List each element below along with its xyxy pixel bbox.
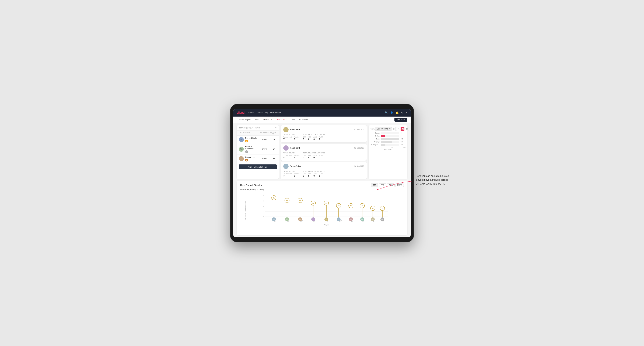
player-avatar-1: RB <box>239 137 244 142</box>
nav-home[interactable]: Home <box>248 112 254 114</box>
chart-row-dbogeys: D. Bogeys + 131 <box>370 144 406 146</box>
svg-text:MM: MM <box>361 219 363 220</box>
chart-bar-wrap-bogeys <box>380 141 399 143</box>
svg-text:8: 8 <box>264 195 264 197</box>
list-icon[interactable]: ≡ <box>396 127 400 131</box>
chart-row-birdies: Birdies 96 <box>370 135 406 137</box>
player-info-1: Richard Butler 1 <box>245 137 259 143</box>
filter-ott[interactable]: OTT <box>371 183 378 187</box>
bar-chart: Eagles 3 Birdies <box>370 132 406 151</box>
chart-bar-wrap-eagles <box>380 132 399 134</box>
arrow-icon: ← <box>264 183 266 187</box>
chart-icon[interactable]: 📊 <box>400 127 404 131</box>
nav-teams[interactable]: Teams <box>256 112 262 114</box>
player-score-3: 17/20 <box>259 158 270 160</box>
stat-sub-activities-3: OTT 0 APP 0 ARG <box>303 173 325 177</box>
view-leaderboard-button[interactable]: View Full Leaderboard <box>239 165 277 169</box>
player-row[interactable]: RB Richard Butler 1 19/20 110 <box>237 136 279 144</box>
filter-buttons: OTT APP ARG PUTT <box>371 183 404 187</box>
player-card-date-3: 26 Aug 2023 <box>354 165 364 167</box>
tab-pga[interactable]: PGA <box>253 116 261 123</box>
player-card-name-1: Rees Britt <box>290 128 300 131</box>
search-icon[interactable]: 🔍 <box>385 111 388 114</box>
player-card-header-2: Rees Britt 02 Sep 2023 <box>283 145 364 151</box>
table-icon[interactable]: ⊟ <box>405 127 409 131</box>
svg-text:6x: 6x <box>299 200 301 201</box>
svg-text:0: 0 <box>264 216 264 218</box>
nav-links: Home Teams My Performance <box>248 112 281 114</box>
user-icon[interactable]: 👤 <box>390 111 393 114</box>
stat-app-3: APP 0 <box>308 173 311 177</box>
chart-row-pars: Pars 499 <box>370 138 406 140</box>
period-select[interactable]: Last 3 months <box>375 127 392 131</box>
add-team-button[interactable]: Add Team <box>394 118 407 122</box>
svg-text:RB: RB <box>372 219 374 220</box>
col-player-name: PLAYER NAME <box>239 131 259 135</box>
player-card-name-3: Josh Coles <box>290 165 301 168</box>
svg-text:3x: 3x <box>372 208 374 209</box>
player-avg-1: 110 <box>270 139 277 141</box>
col-pb-score: PB SCORE <box>259 131 270 135</box>
player-card-header-3: Josh Coles 26 Aug 2023 <box>283 164 364 169</box>
chart-value-birdies: 96 <box>400 135 406 137</box>
settings-icon[interactable]: ⚙ <box>401 111 404 114</box>
tab-pgat-players[interactable]: PGAT Players <box>237 116 253 123</box>
svg-text:6x: 6x <box>286 200 288 201</box>
tab-hcaps[interactable]: Hcaps 1-5 <box>261 116 274 123</box>
chart-label-pars: Pars <box>370 138 380 140</box>
filter-app[interactable]: APP <box>379 183 386 187</box>
svg-text:5x: 5x <box>312 202 314 204</box>
chart-value-pars: 499 <box>400 138 406 140</box>
nav-my-performance[interactable]: My Performance <box>265 112 281 114</box>
annotation: Here you can see streaks your players ha… <box>416 174 450 186</box>
stat-ott-2: OTT 0 <box>303 155 306 159</box>
tab-all-players[interactable]: All Players <box>297 116 310 123</box>
player-card-avatar-1 <box>283 127 288 132</box>
logo: clippd <box>237 111 244 114</box>
stat-item-tournament-2: Tournament 8 <box>283 155 292 159</box>
svg-text:EE: EE <box>273 219 275 220</box>
stat-ott-1: OTT 0 <box>303 136 306 141</box>
streak-svg: 0 2 4 6 8 7x EE E. Ebert <box>249 194 404 222</box>
svg-text:JC: JC <box>312 219 314 220</box>
grid-icon[interactable]: ⊞ <box>392 127 396 131</box>
player-row[interactable]: C Cameron... 3 17/20 103 <box>237 155 279 163</box>
svg-text:CQ: CQ <box>382 219 384 220</box>
player-row[interactable]: EC Edward Crossman 2 18/20 107 <box>237 144 279 155</box>
player-name-2: Edward Crossman <box>245 145 259 150</box>
stat-group-activities-1: Total Practice Activities OTT 0 APP <box>303 134 325 141</box>
sub-nav-links: PGAT Players PGA Hcaps 1-5 Team Clippd T… <box>237 116 310 123</box>
player-avatar-3: C <box>239 156 244 161</box>
stat-putt-2: PUTT 0 <box>319 155 323 159</box>
stat-app-2: APP 0 <box>308 155 311 159</box>
player-name-1: Richard Butler <box>245 137 259 139</box>
view-icons: ⊞ ≡ 📊 ⊟ <box>392 127 409 131</box>
player-info-2: Edward Crossman 2 <box>245 145 259 153</box>
player-card-header-1: Rees Britt 02 Sep 2023 <box>283 127 364 132</box>
edit-icon[interactable]: ✏ <box>275 127 277 129</box>
stat-group-activities-2: Total Practice Activities OTT 0 APP <box>303 152 325 159</box>
player-card-name-2: Rees Britt <box>290 147 300 149</box>
stat-group-activities-3: Total Practice Activities OTT 0 APP <box>303 170 325 177</box>
avatar-icon[interactable]: ● <box>406 111 407 114</box>
filter-arg[interactable]: ARG <box>387 183 394 187</box>
chart-bar-wrap-dbogeys <box>380 144 399 146</box>
chart-subtitle: Off The Tee, Fairway Accuracy <box>240 188 404 190</box>
bell-icon[interactable]: 🔔 <box>396 111 399 114</box>
axis-0: 0 <box>380 147 381 148</box>
chart-axis: 0 200 400 <box>370 147 406 148</box>
stat-label-activities-1: Total Practice Activities <box>303 134 325 135</box>
chart-label-bogeys: Bogeys <box>370 141 380 143</box>
svg-text:7x: 7x <box>273 197 275 199</box>
tab-team-clippd[interactable]: Team Clippd <box>274 116 289 123</box>
col-pb-avg: PB AVG SQ <box>270 131 277 135</box>
section-header: Best Round Streaks ← OTT APP ARG PUTT <box>240 183 404 187</box>
player-info-3: Cameron... 3 <box>245 156 259 162</box>
chart-value-eagles: 3 <box>400 132 406 134</box>
best-round-section: Best Round Streaks ← OTT APP ARG PUTT Of… <box>237 181 407 235</box>
stat-label-activities-2: Total Practice Activities <box>303 152 325 154</box>
filter-putt[interactable]: PUTT <box>395 183 404 187</box>
axis-200: 200 <box>391 147 394 148</box>
stat-group-rounds-2: Total Rounds Tournament 8 Practice <box>283 152 300 159</box>
tab-tour[interactable]: Tour <box>289 116 297 123</box>
